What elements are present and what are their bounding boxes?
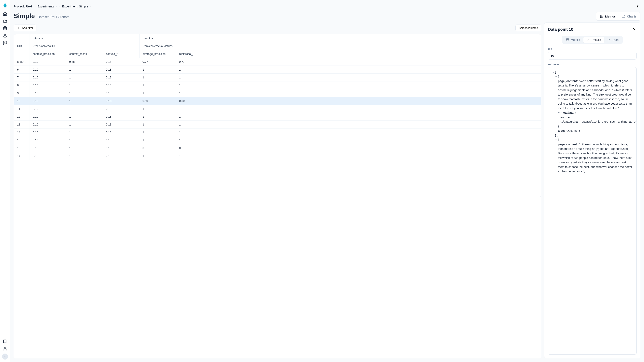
metric-cell: 0.18 — [103, 144, 140, 152]
col-context-f1[interactable]: context_f1 — [103, 50, 140, 58]
flask-icon[interactable] — [3, 33, 7, 38]
column-group-reranker[interactable]: reranker — [140, 34, 541, 42]
dataset-label: Dataset: Paul Graham — [38, 15, 70, 19]
avatar[interactable]: Y — [2, 354, 8, 360]
detail-tab-results[interactable]: Results — [584, 37, 604, 43]
aggregate-selector[interactable]: Mean⌄ — [17, 60, 26, 63]
uid-field-value: 10 — [548, 52, 636, 59]
metric-cell: 1 — [140, 66, 176, 74]
detail-tab-data[interactable]: Data — [604, 37, 622, 43]
table-row[interactable]: 110.1010.1811 — [14, 105, 541, 113]
metric-cell: 1 — [176, 113, 541, 121]
uid-cell: 17 — [14, 152, 30, 160]
metric-cell: 1 — [66, 66, 103, 74]
plus-icon — [17, 26, 20, 29]
table-row[interactable]: 130.1010.1811 — [14, 121, 541, 128]
tab-metrics[interactable]: Metrics — [597, 13, 619, 19]
mean-val: 0.77 — [176, 58, 541, 66]
breadcrumb-project[interactable]: Project: RAG — [14, 5, 32, 8]
page-title: Simple — [14, 12, 35, 20]
table-row[interactable]: 170.1010.1811 — [14, 152, 541, 160]
table-row[interactable]: 160.1010.1800 — [14, 144, 541, 152]
table-row[interactable]: 140.1010.1811 — [14, 128, 541, 136]
table-row[interactable]: 150.1010.1811 — [14, 136, 541, 144]
database-icon[interactable] — [3, 26, 7, 30]
resize-handle[interactable]: ⋮⋮ — [540, 196, 541, 201]
metric-cell: 0 — [176, 144, 541, 152]
column-group-retriever[interactable]: retriever — [30, 34, 140, 42]
message-icon[interactable] — [3, 41, 7, 45]
view-tabs: Metrics Charts — [596, 12, 640, 20]
table-section: Add filter Select columns UID retriever … — [14, 22, 541, 359]
col-context-precision[interactable]: context_precision — [30, 50, 66, 58]
metric-cell: 0.18 — [103, 113, 140, 121]
collapse-toggle[interactable]: ▼ — [555, 75, 557, 78]
metric-cell: 0.10 — [30, 113, 66, 121]
metric-cell: 1 — [176, 121, 541, 128]
uid-cell: 12 — [14, 113, 30, 121]
book-icon[interactable] — [3, 339, 7, 344]
select-columns-button[interactable]: Select columns — [516, 24, 541, 31]
mean-val: 0.85 — [66, 58, 103, 66]
subgroup-precisionrecallf1[interactable]: PrecisionRecallF1 — [30, 42, 140, 50]
tab-charts[interactable]: Charts — [619, 13, 639, 19]
table-row[interactable]: 100.1010.180.500.50 — [14, 97, 541, 105]
uid-cell: 7 — [14, 74, 30, 81]
json-viewer[interactable]: ▼[ ▼{ page_content: "We'd better start b… — [548, 67, 636, 355]
table-row[interactable]: 120.1010.1811 — [14, 113, 541, 121]
metric-cell: 0.10 — [30, 81, 66, 89]
col-average-precision[interactable]: average_precision — [140, 50, 176, 58]
metric-cell: 1 — [176, 74, 541, 81]
page-header: Simple Dataset: Paul Graham Metrics Char… — [10, 11, 644, 22]
user-icon[interactable] — [3, 346, 7, 351]
subgroup-rankedretrieval[interactable]: RankedRetrievalMetrics — [140, 42, 541, 50]
collapse-toggle[interactable]: ▼ — [558, 111, 560, 115]
add-filter-button[interactable]: Add filter — [14, 24, 36, 31]
collapse-toggle[interactable]: ▼ — [552, 71, 554, 74]
metric-cell: 1 — [140, 113, 176, 121]
table-row[interactable]: 60.1010.1811 — [14, 66, 541, 74]
col-reciprocal[interactable]: reciprocal_ — [176, 50, 541, 58]
breadcrumb-experiments[interactable]: Experiments⌄ — [38, 5, 57, 8]
close-icon: ✕ — [633, 27, 636, 31]
home-icon[interactable] — [3, 12, 7, 16]
svg-point-1 — [4, 347, 6, 349]
collapse-toggle[interactable]: ▼ — [555, 139, 557, 142]
metric-cell: 1 — [176, 136, 541, 144]
metric-cell: 1 — [66, 113, 103, 121]
metric-cell: 0.10 — [30, 136, 66, 144]
metric-cell: 1 — [176, 66, 541, 74]
metric-cell: 1 — [66, 97, 103, 105]
detail-tab-metrics[interactable]: Metrics — [563, 37, 583, 43]
theme-toggle-button[interactable]: ☀ — [635, 3, 640, 10]
uid-header[interactable]: UID — [14, 34, 30, 58]
metric-cell: 0.18 — [103, 152, 140, 160]
chart-icon — [622, 14, 625, 18]
uid-cell: 15 — [14, 136, 30, 144]
folder-icon[interactable] — [3, 19, 7, 23]
metric-cell: 1 — [176, 152, 541, 160]
uid-cell: 8 — [14, 81, 30, 89]
close-button[interactable]: ✕ — [632, 26, 636, 32]
metric-cell: 0.50 — [176, 97, 541, 105]
uid-cell: 16 — [14, 144, 30, 152]
chart-line-icon — [608, 38, 611, 41]
breadcrumb: Project: RAG › Experiments⌄ › Experiment… — [14, 5, 91, 8]
metric-cell: 1 — [66, 74, 103, 81]
sidebar: Y — [0, 0, 10, 362]
app-logo[interactable] — [2, 2, 8, 8]
table-row[interactable]: 70.1010.1811 — [14, 74, 541, 81]
metric-cell: 1 — [140, 136, 176, 144]
metric-cell: 1 — [140, 105, 176, 113]
uid-cell: 11 — [14, 105, 30, 113]
metric-cell: 0.10 — [30, 97, 66, 105]
uid-cell: 10 — [14, 97, 30, 105]
uid-cell: 9 — [14, 89, 30, 97]
breadcrumb-experiment[interactable]: Experiment: Simple⌄ — [62, 5, 91, 8]
table-row[interactable]: 80.1010.1811 — [14, 81, 541, 89]
col-context-recall[interactable]: context_recall — [66, 50, 103, 58]
table-row[interactable]: 90.1010.1811 — [14, 89, 541, 97]
metric-cell: 1 — [66, 144, 103, 152]
uid-cell: 6 — [14, 66, 30, 74]
chevron-right-icon: › — [59, 5, 60, 8]
